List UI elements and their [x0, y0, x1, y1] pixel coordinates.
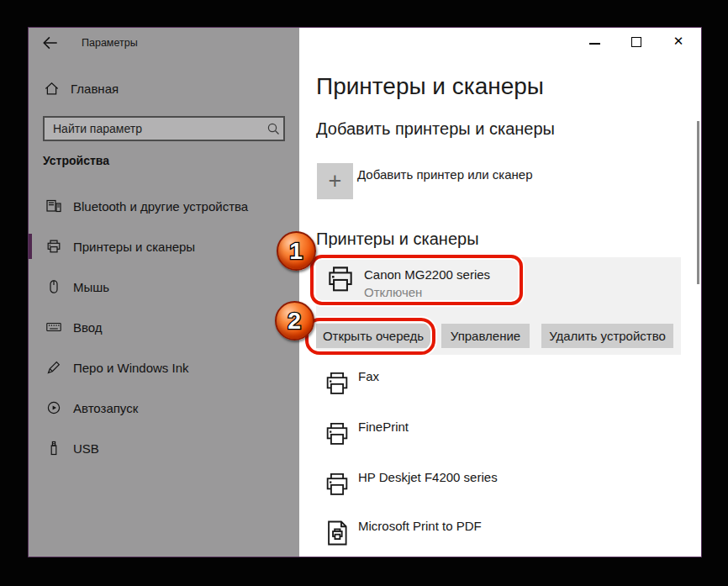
page-title: Принтеры и сканеры — [316, 73, 544, 100]
selected-printer-name: Canon MG2200 series — [364, 267, 490, 282]
printer-name: FinePrint — [358, 420, 409, 434]
sidebar-item-bluetooth-devices[interactable]: Bluetooth и другие устройства — [29, 186, 299, 226]
sidebar-item-autoplay[interactable]: Автозапуск — [29, 388, 299, 428]
printer-row-fax[interactable]: Fax — [323, 367, 379, 398]
sidebar-item-printers-scanners[interactable]: Принтеры и сканеры — [29, 226, 299, 267]
printer-icon — [323, 470, 351, 499]
sidebar-item-label: Автозапуск — [73, 401, 138, 415]
printers-section-title: Принтеры и сканеры — [316, 230, 479, 249]
settings-window: Параметры Главная Устройства — [28, 27, 702, 557]
keyboard-icon — [45, 319, 62, 335]
mouse-icon — [45, 278, 62, 295]
minimize-button[interactable] — [589, 43, 600, 45]
sidebar-home-label: Главная — [71, 82, 119, 96]
sidebar-item-usb[interactable]: USB — [29, 428, 299, 468]
vertical-scrollbar[interactable] — [697, 121, 699, 284]
sidebar-item-typing[interactable]: Ввод — [29, 307, 299, 347]
add-printer-label: Добавить принтер или сканер — [357, 167, 533, 182]
printer-name: Microsoft Print to PDF — [358, 519, 482, 533]
svg-text:1: 1 — [289, 237, 303, 264]
printer-icon — [323, 420, 351, 448]
add-printer-button[interactable]: + — [317, 163, 353, 199]
search-input[interactable] — [43, 116, 285, 141]
sidebar-item-mouse[interactable]: Мышь — [29, 267, 299, 307]
print-to-pdf-icon — [323, 519, 351, 547]
sidebar-item-label: USB — [73, 441, 99, 456]
svg-text:2: 2 — [288, 307, 301, 334]
sidebar-section-header: Устройства — [43, 154, 109, 167]
selected-printer-status: Отключен — [364, 285, 422, 299]
printer-name: Fax — [358, 369, 379, 383]
printer-icon — [323, 369, 351, 398]
selected-accent-bar — [29, 234, 32, 259]
printer-row-hp-deskjet[interactable]: HP Deskjet F4200 series — [323, 467, 498, 499]
sidebar-item-pen-windows-ink[interactable]: Перо и Windows Ink — [29, 347, 299, 388]
home-icon — [43, 80, 60, 97]
printer-row-fineprint[interactable]: FinePrint — [323, 417, 409, 448]
bluetooth-devices-icon — [45, 198, 62, 214]
manage-button[interactable]: Управление — [441, 324, 530, 348]
add-section-title: Добавить принтеры и сканеры — [316, 119, 555, 139]
sidebar-item-label: Мышь — [73, 280, 109, 294]
back-icon[interactable] — [41, 34, 60, 52]
sidebar-item-label: Ввод — [73, 320, 103, 335]
sidebar-item-label: Bluetooth и другие устройства — [73, 199, 248, 214]
sidebar-item-home[interactable]: Главная — [43, 79, 119, 98]
sidebar-item-label: Принтеры и сканеры — [73, 240, 195, 254]
main-content: ✕ Принтеры и сканеры Добавить принтеры и… — [299, 28, 701, 557]
sidebar: Параметры Главная Устройства — [29, 28, 299, 557]
maximize-button[interactable] — [631, 37, 641, 47]
usb-icon — [45, 440, 62, 457]
close-button[interactable]: ✕ — [670, 34, 687, 49]
pen-icon — [45, 359, 62, 376]
printer-icon — [324, 263, 356, 298]
printer-name: HP Deskjet F4200 series — [358, 470, 498, 484]
annotation-step-2-badge: 2 — [275, 301, 314, 341]
autoplay-icon — [45, 399, 62, 416]
titlebar-left: Параметры — [29, 28, 299, 58]
desktop-background: Параметры Главная Устройства — [0, 0, 728, 586]
open-queue-button[interactable]: Открыть очередь — [316, 324, 430, 348]
window-title: Параметры — [82, 37, 138, 49]
annotation-step-1-badge: 1 — [277, 231, 316, 271]
printer-row-print-to-pdf[interactable]: Microsoft Print to PDF — [323, 516, 482, 547]
sidebar-nav: Bluetooth и другие устройства Принтеры и… — [29, 186, 299, 468]
sidebar-item-label: Перо и Windows Ink — [73, 361, 189, 375]
plus-icon: + — [329, 168, 342, 194]
remove-device-button[interactable]: Удалить устройство — [541, 324, 673, 348]
printer-icon — [45, 238, 62, 255]
